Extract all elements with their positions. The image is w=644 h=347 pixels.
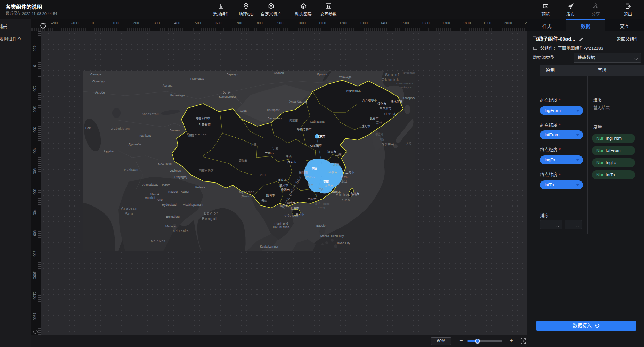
map-label: Bengal	[202, 217, 217, 221]
edit-name-icon[interactable]	[579, 36, 584, 42]
map-label: 齐齐哈尔市	[362, 98, 377, 102]
map-label: Каменогорск	[219, 95, 236, 98]
vruler-number: 1000	[33, 271, 36, 279]
dropdown-arrow-icon	[576, 184, 579, 186]
map-label: 呼伦贝尔市	[346, 89, 361, 93]
measure-pill-lngTo[interactable]: NurlngTo	[592, 158, 635, 167]
panel-tab-交互[interactable]: 交互	[605, 19, 644, 31]
map-label: Hồ Chí Minh	[273, 225, 290, 229]
measure-name: lngFrom	[606, 136, 622, 141]
map-label: Астана	[163, 84, 172, 87]
geo-3d-icon	[243, 3, 250, 10]
map-label: Manila	[320, 234, 329, 238]
map-label: Комсомольск-	[396, 82, 414, 85]
flat-map-component[interactable]: СамараОренбургАктобеАстанаПавлодарБарнау…	[83, 71, 415, 251]
data-ingest-button[interactable]: 数据接入	[536, 321, 636, 331]
zoom-in-button[interactable]: +	[508, 338, 514, 344]
tool-custom-assets[interactable]: 自定义资产	[259, 0, 284, 19]
map-label: Myanmar	[239, 190, 254, 194]
field-select-latFrom[interactable]: latFrom	[540, 130, 583, 139]
map-label: 南昌市	[325, 184, 334, 187]
hruler-number: 300	[154, 21, 160, 25]
tool-dynamic-layers[interactable]: 动态图层	[291, 0, 316, 19]
map-label: New Delhi	[158, 162, 172, 166]
measure-pill-latFrom[interactable]: NurlatFrom	[592, 146, 635, 155]
panel-tab-样式[interactable]: 样式	[527, 19, 566, 31]
map-label: Sea of	[385, 73, 399, 77]
map-label: 大阪	[406, 142, 411, 145]
zoom-level-input[interactable]: 60%	[431, 337, 451, 345]
measure-pill-latTo[interactable]: NurlatTo	[592, 170, 635, 179]
subtab-字段[interactable]: 字段	[592, 65, 644, 76]
ruler-lock-icon[interactable]	[33, 330, 38, 334]
map-label: Караганда	[170, 94, 185, 97]
parent-value: 平面地图组件-9f212183	[558, 46, 603, 51]
fit-to-screen-icon[interactable]	[520, 337, 527, 345]
vruler-number: 500	[33, 168, 36, 174]
tool-chart-components[interactable]: 常规组件	[209, 0, 234, 19]
canvas-artboard[interactable]: СамараОренбургАктобеАстанаПавлодарБарнау…	[41, 31, 527, 335]
dropdown-arrow-icon	[576, 159, 579, 161]
layer-item[interactable]: 地图组件-9...	[0, 33, 31, 45]
vruler-number: -100	[33, 45, 36, 51]
field-value: lngFrom	[545, 108, 561, 113]
map-label: 吉林	[376, 121, 382, 124]
tool-geo-3d[interactable]: 地理/3D	[234, 0, 259, 19]
vruler-number: 1200	[33, 313, 36, 320]
map-label: Душанбе	[129, 143, 141, 146]
sort-field-select[interactable]	[540, 220, 562, 229]
map-label: 武汉市	[306, 175, 315, 179]
map-label: Оренбург	[92, 80, 105, 83]
map-label: 佳木斯市	[391, 100, 403, 103]
field-select-latTo[interactable]: latTo	[540, 180, 583, 189]
back-to-parent-link[interactable]: 返回父组件	[617, 35, 638, 42]
map-label: 长春市	[370, 116, 379, 120]
action-publish[interactable]: 发布	[558, 0, 583, 19]
map-label: Павлодар	[190, 77, 204, 80]
zoom-slider[interactable]	[467, 340, 502, 342]
map-label: 合肥市	[328, 171, 337, 175]
field-select-lngFrom[interactable]: lngFrom	[540, 106, 583, 115]
map-label: на-Амуре	[400, 86, 412, 89]
toolbar-separator	[612, 5, 612, 15]
field-label: 终点经度*	[540, 146, 561, 153]
zoom-slider-thumb[interactable]	[475, 339, 480, 344]
required-asterisk: *	[559, 147, 561, 152]
toolbar-right: 预览发布分享退出	[533, 0, 641, 19]
map-label: 呼和浩特市	[297, 128, 312, 131]
panel-tab-数据[interactable]: 数据	[566, 19, 605, 31]
map-label: Ahmedabad	[142, 183, 158, 186]
horizontal-ruler: -200-10001002003004005006007008009001000…	[31, 19, 527, 31]
hruler-number: -200	[51, 21, 58, 25]
action-exit[interactable]: 退出	[616, 0, 641, 19]
datasource-type-select[interactable]: 静态数据	[574, 53, 641, 63]
panel-tabs: 样式数据交互	[527, 19, 644, 31]
dimension-divider	[593, 116, 637, 116]
map-label: Петропавловск	[402, 71, 415, 74]
tool-interaction-params[interactable]: 交互参数	[316, 0, 341, 19]
map-label: Sea	[125, 212, 133, 216]
required-asterisk: *	[559, 123, 561, 128]
map-label: Иркутск	[317, 73, 328, 76]
hruler-number: 1000	[298, 21, 306, 25]
map-label: 内蒙古	[289, 119, 298, 122]
action-preview[interactable]: 预览	[533, 0, 558, 19]
vruler-number: 600	[33, 189, 36, 195]
project-title: 各类组件的说明	[6, 3, 42, 10]
sort-order-select[interactable]	[565, 220, 582, 229]
measure-pill-lngFrom[interactable]: NurlngFrom	[592, 134, 635, 143]
map-label: Thành phố	[274, 222, 288, 225]
draw-field-header: 绘制字段	[540, 65, 644, 76]
datasource-type-label: 数据源类型	[533, 55, 555, 60]
subtab-绘制[interactable]: 绘制	[540, 65, 592, 76]
vruler-number: 200	[33, 106, 36, 112]
map-label: Nashik	[150, 193, 160, 196]
hruler-number: 800	[257, 21, 263, 25]
field-select-lngTo[interactable]: lngTo	[540, 155, 583, 164]
layer-panel: 图层 地图组件-9...	[0, 19, 31, 347]
dimension-label: 维度	[593, 96, 602, 103]
tool-label: 交互参数	[320, 11, 337, 17]
exit-icon	[625, 3, 631, 10]
map-label: Сайншанд	[310, 120, 325, 123]
zoom-out-button[interactable]: −	[458, 338, 464, 344]
